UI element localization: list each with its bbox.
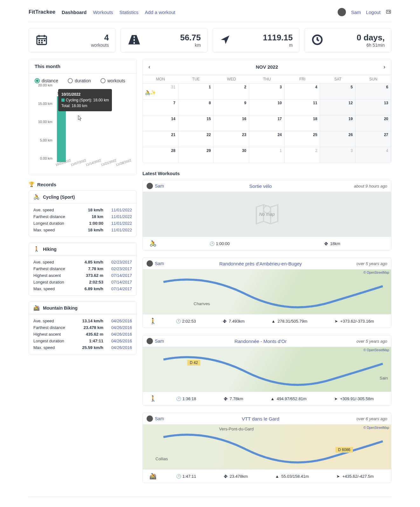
cal-day[interactable]: 26 (320, 131, 356, 147)
workout-map[interactable]: © OpenStreetMap ColliasVers-Pont-du-Gard… (143, 425, 391, 469)
mountain-icon: ▲ (275, 474, 279, 479)
nav-add-a-workout[interactable]: Add a workout (145, 10, 176, 15)
record-row: Ave. speed13.14 km/h04/26/2016 (33, 318, 132, 324)
workout-stat: ➤+373.62/-373.16m (334, 319, 374, 324)
cal-day[interactable]: 2 (285, 147, 320, 163)
cal-day[interactable]: 29 (178, 147, 214, 163)
language-icon[interactable] (386, 9, 391, 16)
workout-card[interactable]: Sam Randonnée près d'Ambérieu-en-Bugey o… (142, 257, 391, 328)
workout-user[interactable]: Sam (147, 338, 191, 344)
record-date[interactable]: 11/01/2022 (103, 228, 132, 232)
cal-day[interactable]: 21 (143, 131, 178, 147)
workout-stat: ▲494.97/652.81m (270, 396, 306, 401)
cal-day[interactable]: 10 (249, 99, 285, 115)
cal-day[interactable]: 3 (320, 147, 356, 163)
cal-day[interactable]: 22 (178, 131, 214, 147)
cal-day[interactable]: 25 (285, 131, 320, 147)
workout-title[interactable]: Randonnée - Monts d'Or (191, 339, 330, 344)
record-date[interactable]: 07/14/2017 (103, 273, 132, 278)
cal-day[interactable]: 12 (320, 99, 356, 115)
record-row: Longest duration2:02:5307/14/2017 (33, 279, 132, 285)
record-date[interactable]: 04/26/2016 (103, 345, 132, 350)
cal-prev-button[interactable]: ‹ (148, 64, 150, 70)
road-icon: ⛖ (223, 474, 228, 479)
avatar (147, 183, 153, 189)
record-date[interactable]: 07/14/2017 (103, 280, 132, 284)
record-date[interactable]: 04/26/2016 (103, 339, 132, 343)
nav-dashboard[interactable]: Dashboard (62, 10, 86, 15)
nav-statistics[interactable]: Statistics (120, 10, 139, 15)
cal-day[interactable]: 5 (320, 83, 356, 99)
footer: FitTrackee v0.7.7 • about • documentatio… (29, 497, 391, 507)
nav-workouts[interactable]: Workouts (93, 10, 113, 15)
logout-link[interactable]: Logout (366, 10, 381, 15)
record-date[interactable]: 07/14/2017 (103, 286, 132, 291)
cal-day[interactable]: 28 (143, 147, 178, 163)
radio-distance[interactable]: distance (35, 78, 58, 83)
road-icon (127, 33, 141, 47)
user-link[interactable]: Sam (351, 10, 361, 15)
cal-day[interactable]: 1 (249, 147, 285, 163)
cal-day[interactable]: 20 (355, 115, 391, 131)
stat-card: 4 workouts (29, 28, 115, 52)
cal-day[interactable]: 30 (214, 147, 249, 163)
cal-day[interactable]: 23 (214, 131, 249, 147)
calendar-icon (35, 33, 48, 47)
workout-time: about 9 hours ago (330, 184, 387, 188)
record-date[interactable]: 11/01/2022 (103, 221, 132, 226)
cal-day[interactable]: 6 (355, 83, 391, 99)
cal-day[interactable]: 31🚴✨ (143, 83, 178, 99)
cal-day[interactable]: 15 (178, 115, 214, 131)
clock-icon (311, 34, 323, 47)
record-date[interactable]: 11/01/2022 (103, 208, 132, 212)
cal-day[interactable]: 13 (355, 99, 391, 115)
cal-day[interactable]: 14 (143, 115, 178, 131)
brand[interactable]: FitTrackee (29, 9, 55, 15)
cal-day[interactable]: 3 (249, 83, 285, 99)
osm-credit[interactable]: © OpenStreetMap (363, 271, 389, 274)
bike-icon[interactable]: 🚴✨ (145, 90, 156, 95)
record-date[interactable]: 04/26/2016 (103, 319, 132, 323)
dow: WED (214, 75, 249, 83)
workout-card[interactable]: Sam VTT dans le Gard over 6 years ago © … (142, 413, 391, 483)
workout-card[interactable]: Sam Randonnée - Monts d'Or over 5 years … (142, 335, 391, 406)
radio-circle-icon (68, 78, 73, 83)
cal-day[interactable]: 24 (249, 131, 285, 147)
record-date[interactable]: 02/23/2017 (103, 266, 132, 271)
osm-credit[interactable]: © OpenStreetMap (363, 348, 389, 352)
workout-user[interactable]: Sam (147, 183, 191, 189)
radio-workouts[interactable]: workouts (100, 78, 125, 83)
record-date[interactable]: 04/26/2016 (103, 325, 132, 330)
cal-day[interactable]: 27 (355, 131, 391, 147)
cal-day[interactable]: 19 (320, 115, 356, 131)
cal-day[interactable]: 11 (285, 99, 320, 115)
workout-map[interactable]: © OpenStreetMap SainD 42 (143, 347, 391, 392)
workout-user[interactable]: Sam (147, 260, 191, 267)
workout-title[interactable]: Randonnée près d'Ambérieu-en-Bugey (191, 261, 330, 266)
workout-map[interactable]: © OpenStreetMap Chanves (143, 270, 391, 314)
cal-day[interactable]: 2 (214, 83, 249, 99)
cal-day[interactable]: 7 (143, 99, 178, 115)
cal-day[interactable]: 1 (178, 83, 214, 99)
radio-duration[interactable]: duration (68, 78, 91, 83)
record-date[interactable]: 02/23/2017 (103, 260, 132, 264)
cal-day[interactable]: 4 (285, 83, 320, 99)
cal-day[interactable]: 8 (178, 99, 214, 115)
record-date[interactable]: 11/01/2022 (103, 214, 132, 219)
trophy-icon: 🏆 (29, 182, 35, 187)
cal-day[interactable]: 9 (214, 99, 249, 115)
osm-credit[interactable]: © OpenStreetMap (363, 426, 389, 429)
cal-next-button[interactable]: › (383, 64, 385, 70)
workout-card[interactable]: Sam Sortie vélo about 9 hours ago No map… (142, 180, 391, 250)
workout-user[interactable]: Sam (147, 415, 191, 422)
cal-day[interactable]: 18 (285, 115, 320, 131)
latest-title: Latest Workouts (142, 171, 391, 176)
cal-day[interactable]: 4 (355, 147, 391, 163)
avatar[interactable] (338, 8, 346, 16)
workout-title[interactable]: VTT dans le Gard (191, 416, 330, 421)
cal-day[interactable]: 17 (249, 115, 285, 131)
svg-rect-7 (134, 36, 135, 38)
record-date[interactable]: 04/26/2016 (103, 332, 132, 337)
cal-day[interactable]: 16 (214, 115, 249, 131)
workout-title[interactable]: Sortie vélo (191, 183, 330, 189)
